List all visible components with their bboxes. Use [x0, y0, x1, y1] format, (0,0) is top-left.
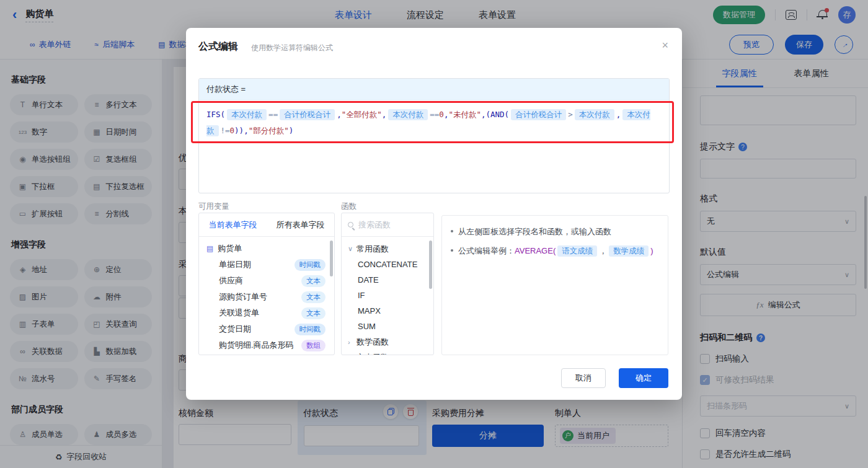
variable-row-供应商[interactable]: 供应商文本 [206, 273, 334, 289]
function-group-label: 数学函数 [356, 337, 389, 348]
formula-field-chip: 本次付款 [227, 109, 267, 120]
formula-token: AND( [490, 110, 509, 119]
function-search-input[interactable]: 搜索函数 [342, 213, 433, 237]
function-group-数学函数[interactable]: ›数学函数 [348, 334, 433, 350]
variable-type-badge: 文本 [301, 275, 326, 287]
formula-editor-modal: 公式编辑 使用数学运算符编辑公式 × 付款状态 = IFS(本次付款==合计价税… [186, 28, 682, 400]
formula-token: IFS( [206, 110, 225, 119]
bullet-icon [451, 249, 453, 252]
close-icon[interactable]: × [662, 39, 668, 52]
tips-panel: 从左侧面板选择字段名和函数，或输入函数 公式编辑举例：AVERAGE(语文成绩，… [441, 215, 668, 355]
variable-name: 单据日期 [219, 259, 251, 270]
variables-panel: 当前表单字段所有表单字段 ▤购货单单据日期时间戳供应商文本源购货订单号文本关联退… [198, 213, 335, 355]
formula-token: "未付款" [448, 110, 481, 119]
function-item-SUM[interactable]: SUM [348, 319, 433, 334]
variable-name: 购货明细.商品条形码 [219, 340, 294, 351]
formula-field-chip: 合计价税合计 [511, 109, 566, 120]
formula-token: == [268, 110, 278, 119]
formula-token: 0 [439, 110, 444, 119]
formula-input-area[interactable]: IFS(本次付款==合计价税合计,"全部付款",本次付款==0,"未付款",(A… [199, 100, 669, 145]
variable-row-单据日期[interactable]: 单据日期时间戳 [206, 257, 334, 273]
chevron-down-icon: ∨ [348, 245, 356, 253]
formula-field-chip: 本次付款 [575, 109, 614, 120]
functions-section-label: 函数 [341, 201, 356, 212]
formula-field-chip: 合计价税合计 [280, 109, 335, 120]
formula-token: , [616, 110, 621, 119]
variable-type-badge: 时间戳 [294, 259, 326, 271]
variable-row-源购货订单号[interactable]: 源购货订单号文本 [206, 289, 334, 305]
function-item-IF[interactable]: IF [348, 288, 433, 303]
scrollbar-thumb[interactable] [429, 241, 432, 289]
function-group-文本函数[interactable]: ›文本函数 [348, 350, 433, 355]
scrollbar-thumb[interactable] [330, 241, 333, 276]
formula-field-chip: 本次付款 [388, 109, 428, 120]
variable-name: 源购货订单号 [219, 291, 267, 302]
function-item-MAPX[interactable]: MAPX [348, 303, 433, 319]
cancel-button[interactable]: 取消 [561, 368, 606, 388]
formula-token: != [221, 126, 230, 135]
formula-token: ,( [481, 110, 490, 119]
variable-name: 交货日期 [219, 324, 251, 335]
function-item-CONCATENATE[interactable]: CONCATENATE [348, 257, 433, 272]
variables-tab-当前表单字段[interactable]: 当前表单字段 [209, 219, 257, 231]
variable-type-badge: 数组 [301, 340, 326, 351]
chevron-right-icon: › [348, 338, 356, 346]
variable-type-badge: 文本 [301, 307, 326, 319]
formula-target: 付款状态 = [199, 79, 669, 100]
formula-token: , [382, 110, 387, 119]
tip-item: 从左侧面板选择字段名和函数，或输入函数 [451, 226, 659, 237]
formula-editor-box: 付款状态 = IFS(本次付款==合计价税合计,"全部付款",本次付款==0,"… [198, 78, 670, 193]
tip-item-example: 公式编辑举例：AVERAGE(语文成绩，数学成绩) [451, 245, 659, 257]
function-group-常用函数[interactable]: ∨常用函数 [348, 241, 433, 257]
variable-name: 关联退货单 [219, 307, 259, 319]
formula-token: )), [234, 126, 249, 135]
tree-root[interactable]: ▤购货单 [206, 241, 334, 257]
variable-row-购货明细.商品条形码[interactable]: 购货明细.商品条形码数组 [206, 337, 334, 353]
document-icon: ▤ [206, 244, 213, 253]
chevron-right-icon: › [348, 354, 356, 356]
tree-root-label: 购货单 [218, 243, 242, 254]
example-field-chip: 数学成绩 [609, 245, 649, 257]
formula-token: "部分付款" [249, 126, 289, 135]
confirm-button[interactable]: 确定 [619, 368, 668, 388]
function-group-label: 常用函数 [356, 244, 389, 255]
variable-row-交货日期[interactable]: 交货日期时间戳 [206, 321, 334, 337]
bullet-icon [451, 230, 453, 232]
variable-name: 供应商 [219, 275, 243, 286]
variable-row-关联退货单[interactable]: 关联退货单文本 [206, 305, 334, 321]
formula-token: ) [289, 126, 294, 135]
formula-token: "全部付款" [342, 110, 382, 119]
function-group-label: 文本函数 [356, 352, 389, 356]
variable-type-badge: 文本 [301, 291, 326, 303]
variables-tab-所有表单字段[interactable]: 所有表单字段 [277, 219, 325, 231]
formula-token: > [568, 110, 573, 119]
search-icon [348, 222, 353, 227]
formula-token: , [337, 110, 342, 119]
modal-title: 公式编辑 [198, 40, 238, 53]
variables-section-label: 可用变量 [198, 201, 229, 212]
formula-token: 0 [230, 126, 235, 135]
example-field-chip: 语文成绩 [557, 245, 597, 257]
modal-subtitle: 使用数学运算符编辑公式 [251, 43, 333, 53]
formula-token: == [430, 110, 439, 119]
function-item-DATE[interactable]: DATE [348, 272, 433, 288]
functions-panel: 搜索函数 ∨常用函数CONCATENATEDATEIFMAPXSUM›数学函数›… [341, 213, 434, 355]
variable-type-badge: 时间戳 [294, 324, 326, 335]
